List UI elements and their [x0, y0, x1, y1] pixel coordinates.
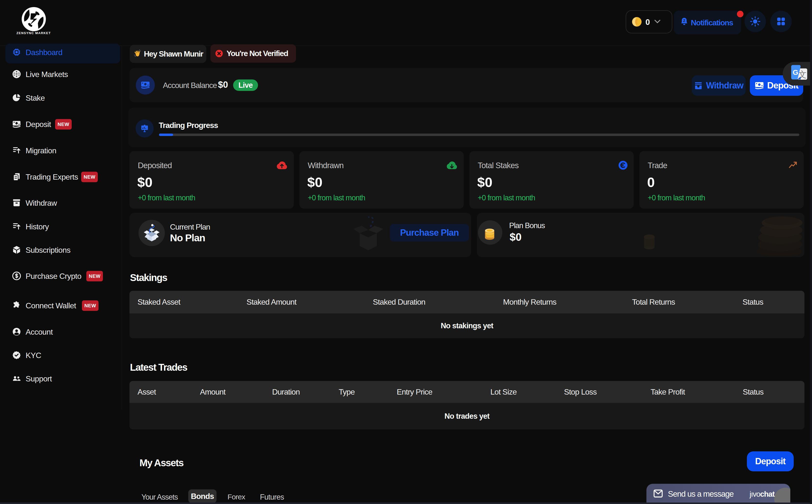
svg-text:Z: Z: [683, 19, 685, 23]
svg-text:G: G: [793, 68, 798, 76]
